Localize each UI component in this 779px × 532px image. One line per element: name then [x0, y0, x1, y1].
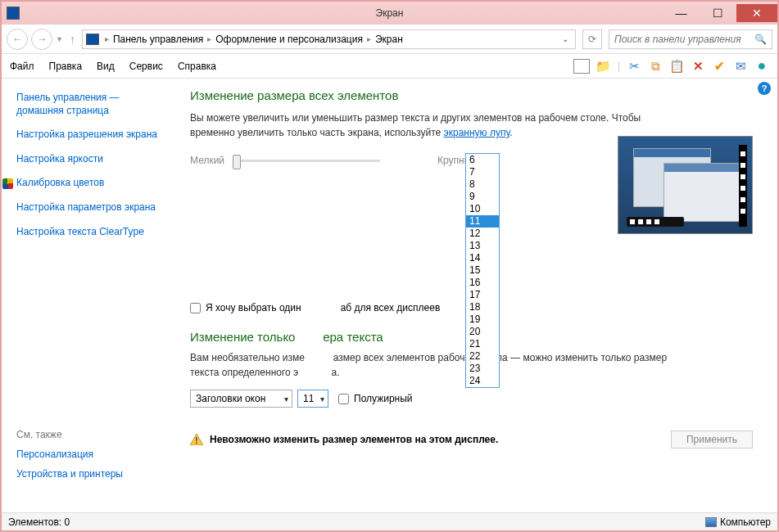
checkbox-label-post: аб для всех дисплеев	[341, 302, 441, 313]
window-frame: Экран — ☐ ✕ ← → ▼ ↑ ▸ Панель управления …	[0, 0, 779, 532]
close-button[interactable]: ✕	[736, 4, 777, 22]
folder-icon[interactable]: 📁	[596, 59, 611, 74]
maximize-button[interactable]: ☐	[700, 4, 736, 22]
breadcrumb-bar[interactable]: ▸ Панель управления ▸ Оформление и персо…	[82, 29, 576, 49]
warning-row: ! Невозможно изменить размер элементов н…	[190, 431, 753, 449]
location-icon	[86, 34, 99, 45]
chevron-right-icon: ▸	[207, 34, 211, 43]
status-item-count: Элементов: 0	[8, 516, 70, 528]
main-panel: Изменение размера всех элементов Вы може…	[165, 79, 777, 512]
see-also-devices[interactable]: Устройства и принтеры	[16, 468, 164, 480]
dropdown-option[interactable]: 23	[466, 363, 499, 375]
delete-icon[interactable]: ✕	[691, 59, 705, 74]
checkbox-label-pre: Я хочу выбрать один	[206, 302, 301, 313]
chat-icon[interactable]: ●	[754, 59, 769, 74]
chevron-right-icon: ▸	[105, 34, 109, 43]
dropdown-option[interactable]: 7	[466, 166, 499, 178]
preview-image	[618, 136, 753, 234]
nav-recent-dropdown[interactable]: ▼	[56, 35, 63, 43]
nav-back-button[interactable]: ←	[7, 29, 28, 50]
search-box[interactable]: 🔍	[609, 29, 772, 49]
app-icon	[7, 7, 20, 20]
dropdown-option[interactable]: 15	[466, 264, 499, 277]
text-size-controls: Заголовки окон 11 Полужирный	[190, 390, 753, 408]
status-location: Компьютер	[720, 516, 771, 528]
breadcrumb-item[interactable]: Экран	[375, 34, 403, 45]
svg-text:!: !	[195, 436, 197, 445]
size-slider[interactable]	[233, 160, 380, 162]
content-area: ? Панель управления — домашняя страница …	[2, 79, 777, 512]
dropdown-option[interactable]: 19	[466, 313, 499, 326]
breadcrumb-item[interactable]: Оформление и персонализация	[215, 34, 363, 45]
shield-icon	[2, 178, 13, 189]
paste-icon[interactable]: 📋	[669, 59, 684, 74]
slider-thumb[interactable]	[233, 155, 241, 169]
cut-icon[interactable]: ✂	[627, 59, 641, 74]
nav-up-button[interactable]: ↑	[66, 33, 79, 46]
font-size-combo[interactable]: 11	[297, 390, 328, 408]
dropdown-option[interactable]: 24	[466, 375, 499, 387]
titlebar[interactable]: Экран — ☐ ✕	[2, 2, 777, 25]
bold-label: Полужирный	[354, 393, 413, 404]
description-text: Вы можете увеличить или уменьшить размер…	[190, 110, 673, 140]
dropdown-option[interactable]: 14	[466, 252, 499, 264]
sidebar-link-cleartype[interactable]: Настройка текста ClearType	[16, 226, 157, 239]
dropdown-option[interactable]: 8	[466, 178, 499, 191]
description-text-only: Вам необязательно изменять размер всех э…	[190, 350, 673, 380]
font-size-dropdown-list[interactable]: 6789101112131415161718192021222324	[465, 153, 500, 388]
dropdown-option[interactable]: 16	[466, 277, 499, 289]
element-type-combo[interactable]: Заголовки окон	[190, 390, 292, 408]
navigation-bar: ← → ▼ ↑ ▸ Панель управления ▸ Оформление…	[2, 25, 777, 54]
warning-text: Невозможно изменить размер элементов на …	[210, 434, 498, 445]
breadcrumb-item[interactable]: Панель управления	[113, 34, 203, 45]
menu-service[interactable]: Сервис	[129, 61, 163, 72]
refresh-button[interactable]: ⟳	[582, 29, 602, 49]
apply-button[interactable]: Применить	[671, 431, 753, 449]
dropdown-option[interactable]: 11	[466, 215, 499, 228]
status-bar: Элементов: 0 Компьютер	[2, 512, 777, 530]
sidebar-link-brightness[interactable]: Настройка яркости	[16, 153, 157, 166]
dropdown-option[interactable]: 9	[466, 191, 499, 203]
warning-icon: !	[190, 434, 203, 445]
window-title: Экран	[376, 7, 404, 19]
chevron-down-icon[interactable]: ⌄	[559, 34, 572, 43]
menu-file[interactable]: Файл	[10, 61, 34, 72]
heading-resize-all: Изменение размера всех элементов	[190, 88, 753, 102]
minimize-button[interactable]: —	[663, 4, 700, 22]
mail-icon[interactable]: ✉	[733, 59, 748, 74]
dropdown-option[interactable]: 17	[466, 289, 499, 301]
see-also-section: См. также Персонализация Устройства и пр…	[16, 429, 164, 480]
computer-icon	[705, 517, 717, 527]
search-input[interactable]	[614, 34, 754, 45]
chevron-right-icon: ▸	[367, 34, 371, 43]
dropdown-option[interactable]: 20	[466, 326, 499, 338]
dropdown-option[interactable]: 22	[466, 350, 499, 363]
menu-view[interactable]: Вид	[97, 61, 115, 72]
menu-help[interactable]: Справка	[178, 61, 216, 72]
search-icon[interactable]: 🔍	[754, 34, 767, 45]
slider-min-label: Мелкий	[190, 155, 224, 166]
dropdown-option[interactable]: 10	[466, 203, 499, 215]
dropdown-option[interactable]: 12	[466, 228, 499, 240]
sidebar-link-calibrate[interactable]: Калибровка цветов	[16, 177, 157, 190]
sidebar-link-resolution[interactable]: Настройка разрешения экрана	[16, 128, 157, 142]
sidebar-link-home[interactable]: Панель управления — домашняя страница	[16, 92, 157, 117]
copy-icon[interactable]: ⧉	[648, 59, 663, 74]
sidebar-link-params[interactable]: Настройка параметров экрана	[16, 201, 157, 214]
nav-forward-button[interactable]: →	[31, 29, 52, 50]
check-icon[interactable]: ✔	[712, 59, 727, 74]
dropdown-option[interactable]: 21	[466, 338, 499, 350]
dropdown-option[interactable]: 6	[466, 154, 499, 166]
layout-icon[interactable]	[573, 59, 590, 74]
menu-bar: Файл Правка Вид Сервис Справка 📁 | ✂ ⧉ 📋…	[2, 54, 777, 79]
see-also-header: См. также	[16, 429, 164, 440]
magnifier-link[interactable]: экранную лупу	[444, 127, 510, 138]
bold-checkbox[interactable]	[338, 394, 349, 404]
menu-edit[interactable]: Правка	[49, 61, 83, 72]
dropdown-option[interactable]: 13	[466, 240, 499, 252]
dropdown-option[interactable]: 18	[466, 301, 499, 313]
see-also-personalization[interactable]: Персонализация	[16, 449, 164, 460]
one-scale-checkbox[interactable]	[190, 303, 201, 313]
